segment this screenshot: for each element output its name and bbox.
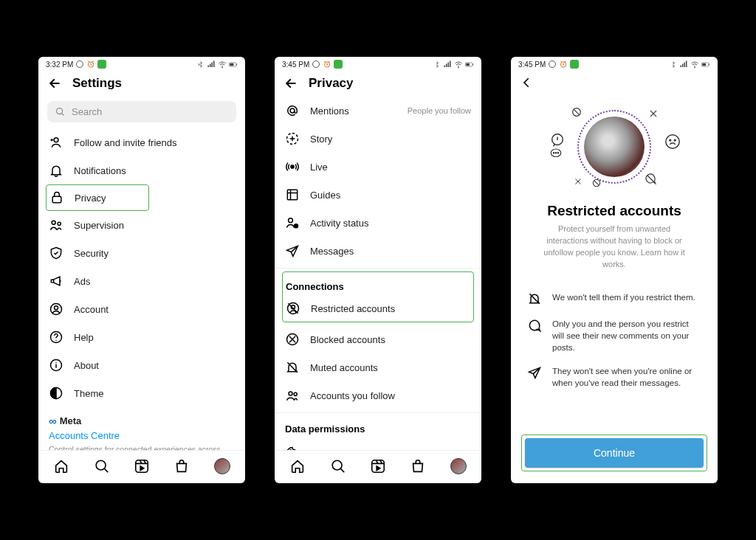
svg-point-53 — [670, 139, 671, 141]
battery-icon — [701, 60, 710, 69]
page-title: Settings — [72, 76, 122, 91]
svg-point-33 — [289, 392, 292, 395]
svg-rect-4 — [236, 63, 237, 66]
phone-privacy: 3:45 PM Privacy Mentions People you foll… — [275, 57, 481, 483]
item-supervision[interactable]: Supervision — [38, 211, 245, 239]
item-theme[interactable]: Theme — [38, 379, 245, 407]
dots-bubble-icon — [548, 145, 564, 162]
header: Settings — [38, 70, 245, 97]
signal-icon — [679, 60, 688, 69]
svg-point-7 — [54, 138, 58, 142]
x-small-icon — [570, 173, 586, 190]
status-time: 3:32 PM — [46, 60, 73, 69]
item-muted-accounts[interactable]: Muted accounts — [275, 353, 481, 381]
nav-shop-icon[interactable] — [410, 458, 426, 474]
megaphone-icon — [49, 274, 63, 288]
settings-list: Follow and invite friends Notifications … — [38, 128, 245, 450]
restricted-icon — [286, 301, 300, 316]
avatar-icon — [450, 458, 467, 474]
item-activity-status[interactable]: Activity status — [275, 209, 481, 237]
svg-point-26 — [291, 165, 294, 168]
people-icon — [285, 388, 300, 403]
svg-rect-22 — [472, 63, 473, 66]
svg-rect-5 — [230, 63, 233, 65]
svg-point-28 — [289, 218, 293, 223]
svg-rect-23 — [466, 63, 470, 65]
item-blocked-accounts[interactable]: Blocked accounts — [275, 325, 481, 353]
phone-restricted: 3:45 PM Restricted accounts Pr — [511, 57, 718, 483]
item-follow-invite[interactable]: Follow and invite friends — [38, 128, 245, 156]
battery-icon — [465, 60, 474, 69]
item-story[interactable]: Story — [275, 125, 481, 153]
item-accounts-you-follow[interactable]: Accounts you follow — [275, 381, 481, 409]
item-ads[interactable]: Ads — [38, 267, 245, 295]
nav-shop-icon[interactable] — [173, 458, 190, 474]
item-messages[interactable]: Messages — [275, 237, 481, 265]
nav-home-icon[interactable] — [289, 458, 306, 474]
shield-icon — [49, 246, 63, 260]
item-privacy[interactable]: Privacy — [46, 184, 149, 211]
search-placeholder: Search — [72, 106, 102, 117]
nav-search-icon[interactable] — [94, 458, 110, 474]
accounts-centre-link[interactable]: Accounts Centre — [38, 429, 245, 444]
svg-rect-17 — [136, 460, 148, 473]
item-account[interactable]: Account — [38, 295, 245, 323]
meta-logo-icon: ∞ — [49, 415, 57, 427]
item-restricted-accounts[interactable]: Restricted accounts — [283, 297, 473, 320]
chat-indicator-icon — [312, 60, 320, 69]
svg-point-10 — [58, 222, 61, 225]
item-about[interactable]: About — [38, 351, 245, 379]
phone-settings: 3:32 PM Settings Search Follow and invit… — [38, 57, 245, 483]
alarm-icon — [559, 60, 568, 69]
info-row-3: They won't see when you're online or whe… — [511, 359, 718, 395]
svg-rect-27 — [287, 190, 297, 199]
add-person-icon — [49, 135, 63, 150]
search-icon — [55, 106, 66, 117]
continue-button[interactable]: Continue — [525, 438, 704, 468]
item-notifications[interactable]: Notifications — [38, 156, 245, 184]
wifi-icon — [454, 60, 463, 69]
svg-point-38 — [332, 460, 342, 470]
bottom-nav — [275, 450, 481, 483]
svg-point-2 — [222, 67, 223, 68]
item-guides[interactable]: Guides — [275, 181, 481, 209]
story-icon — [285, 131, 300, 146]
search-input[interactable]: Search — [47, 101, 236, 122]
nav-reels-icon[interactable] — [134, 458, 150, 474]
alarm-icon — [86, 60, 95, 69]
help-icon — [49, 330, 63, 345]
restricted-subtitle: Protect yourself from unwanted interacti… — [526, 219, 703, 281]
page-title: Privacy — [309, 76, 354, 91]
svg-point-12 — [55, 306, 58, 310]
app-badge-icon — [334, 60, 343, 69]
item-help[interactable]: Help — [38, 323, 245, 351]
nav-profile-avatar[interactable] — [214, 458, 230, 474]
connections-highlight: Connections Restricted accounts — [282, 271, 474, 322]
bluetooth-icon — [668, 60, 677, 69]
hero-illustration: Restricted accounts Protect yourself fro… — [511, 95, 718, 285]
chat-indicator-icon — [75, 60, 84, 69]
app-badge-icon — [570, 60, 579, 69]
svg-rect-39 — [372, 460, 385, 473]
item-cookies[interactable]: Cookies — [275, 439, 481, 450]
back-arrow-icon[interactable] — [284, 76, 298, 91]
svg-point-54 — [674, 139, 676, 141]
item-security[interactable]: Security — [38, 239, 245, 267]
nav-reels-icon[interactable] — [370, 458, 386, 474]
nav-home-icon[interactable] — [53, 458, 69, 474]
back-arrow-icon[interactable] — [47, 76, 62, 91]
info-row-1: We won't tell them if you restrict them. — [511, 285, 718, 312]
item-live[interactable]: Live — [275, 153, 481, 181]
theme-icon — [49, 386, 63, 401]
bell-icon — [49, 163, 63, 178]
mute-icon — [285, 360, 300, 375]
divider — [275, 412, 481, 413]
nav-search-icon[interactable] — [330, 458, 346, 474]
bluetooth-icon — [432, 60, 441, 69]
back-chevron-icon[interactable] — [511, 70, 718, 95]
meta-brand: ∞Meta — [38, 407, 245, 429]
item-mentions[interactable]: Mentions People you follow — [275, 97, 481, 125]
nav-profile-avatar[interactable] — [450, 458, 467, 474]
send-icon — [527, 365, 542, 389]
svg-point-0 — [77, 61, 83, 68]
